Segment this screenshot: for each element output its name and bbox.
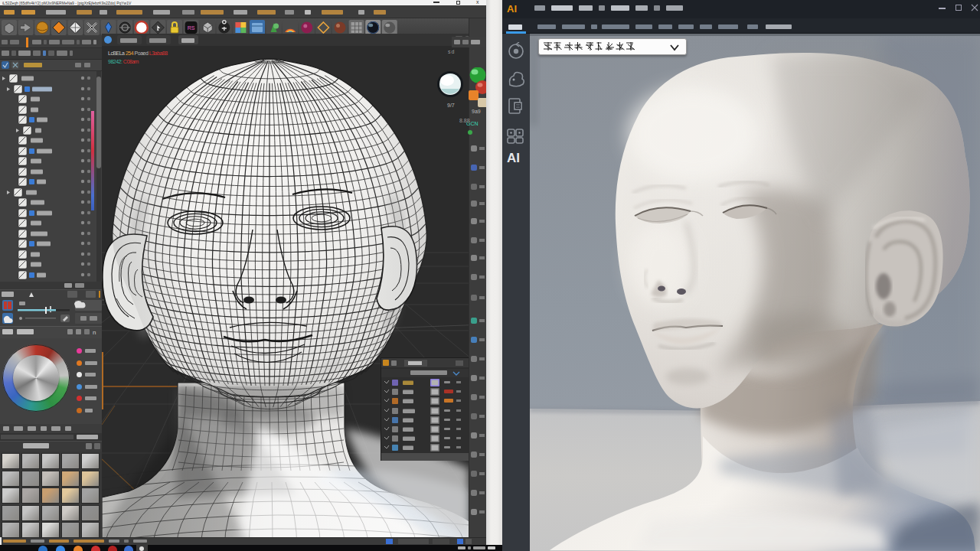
svg-text:RS: RS xyxy=(188,25,195,31)
svg-text:n: n xyxy=(93,329,96,336)
svg-text:9/7: 9/7 xyxy=(447,103,455,108)
svg-text:9a9: 9a9 xyxy=(472,109,481,114)
svg-text:8.88: 8.88 xyxy=(459,118,470,123)
